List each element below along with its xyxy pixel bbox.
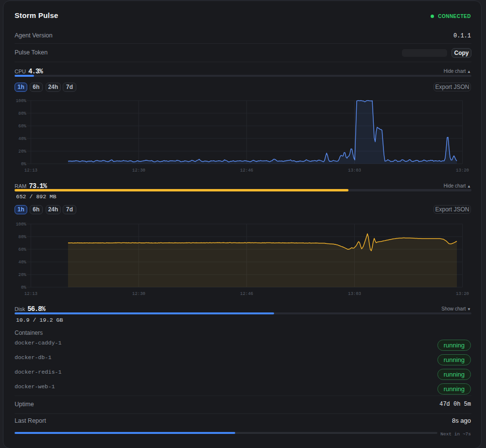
- svg-text:60%: 60%: [18, 247, 27, 252]
- svg-text:60%: 60%: [18, 124, 27, 129]
- svg-text:13:20: 13:20: [456, 168, 469, 173]
- svg-text:12:46: 12:46: [240, 292, 253, 296]
- svg-text:80%: 80%: [18, 235, 27, 240]
- svg-text:12:46: 12:46: [240, 168, 253, 173]
- svg-text:20%: 20%: [18, 149, 27, 154]
- svg-text:100%: 100%: [16, 222, 26, 227]
- svg-text:40%: 40%: [18, 137, 27, 141]
- svg-text:40%: 40%: [18, 260, 27, 265]
- svg-text:20%: 20%: [18, 273, 27, 277]
- svg-text:13:03: 13:03: [348, 292, 361, 296]
- svg-text:12:30: 12:30: [132, 292, 145, 296]
- svg-text:13:20: 13:20: [456, 292, 469, 296]
- svg-text:100%: 100%: [16, 99, 26, 103]
- svg-text:12:13: 12:13: [24, 168, 37, 173]
- svg-text:80%: 80%: [18, 111, 27, 116]
- svg-text:0%: 0%: [21, 285, 26, 290]
- svg-text:13:03: 13:03: [348, 168, 361, 173]
- svg-text:12:13: 12:13: [24, 292, 37, 296]
- svg-text:0%: 0%: [21, 162, 26, 167]
- svg-text:12:30: 12:30: [132, 168, 145, 173]
